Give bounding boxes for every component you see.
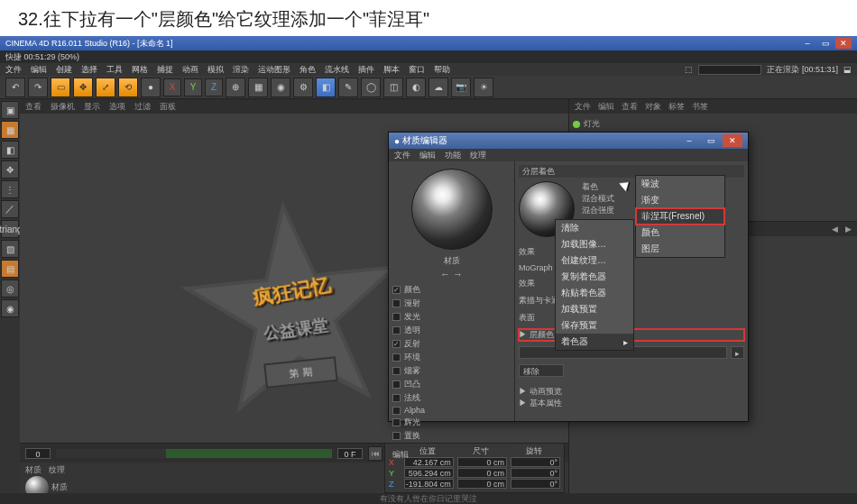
- ctx-shader[interactable]: 着色器▸: [556, 334, 633, 350]
- vp-display[interactable]: 显示: [84, 101, 100, 113]
- ctx-create-tex[interactable]: 创建纹理…: [556, 252, 633, 269]
- pos-y[interactable]: 596.294 cm: [404, 468, 454, 478]
- material-editor-titlebar[interactable]: ● 材质编辑器 – ▭ ✕: [389, 133, 748, 149]
- vp-camera[interactable]: 摄像机: [51, 101, 75, 113]
- render-view-button[interactable]: ▦: [248, 78, 268, 97]
- menu-window[interactable]: 窗口: [409, 64, 425, 76]
- med-menu-func[interactable]: 功能: [445, 150, 461, 161]
- undo-button[interactable]: ↶: [5, 78, 25, 97]
- light-tool[interactable]: ☀: [474, 78, 493, 97]
- cube-primitive[interactable]: ◧: [316, 78, 336, 97]
- axis-y-toggle[interactable]: Y: [184, 78, 202, 96]
- pen-tool[interactable]: ✎: [338, 78, 358, 97]
- basic-props-section[interactable]: ▶ 基本属性: [519, 398, 744, 409]
- menu-character[interactable]: 角色: [299, 64, 316, 76]
- om-view[interactable]: 查看: [622, 101, 638, 113]
- environment-tool[interactable]: ☁: [428, 78, 448, 97]
- chan-alpha-cb[interactable]: [392, 407, 401, 415]
- chan-fog-cb[interactable]: [392, 367, 401, 375]
- menu-mograph[interactable]: 运动图形: [258, 64, 290, 76]
- chan-env-cb[interactable]: [392, 353, 401, 362]
- camera-tool[interactable]: 📷: [451, 78, 471, 97]
- axis-x-toggle[interactable]: X: [163, 78, 181, 96]
- rot-y[interactable]: 0°: [511, 468, 560, 478]
- tl-start[interactable]: 0: [25, 448, 51, 459]
- menu-pipeline[interactable]: 流水线: [325, 64, 349, 76]
- generator-tool[interactable]: ◫: [383, 78, 403, 97]
- chan-editor[interactable]: 编辑: [392, 446, 511, 461]
- menu-script[interactable]: 脚本: [383, 64, 400, 76]
- object-mode-icon[interactable]: ◧: [1, 141, 19, 159]
- vp-filter[interactable]: 过滤: [134, 101, 151, 113]
- om-edit[interactable]: 编辑: [598, 101, 614, 113]
- rot-x[interactable]: 0°: [511, 457, 560, 467]
- snap-icon[interactable]: ◎: [1, 279, 19, 298]
- menu-snap[interactable]: 捕捉: [157, 64, 173, 76]
- med-menu-file[interactable]: 文件: [394, 150, 410, 161]
- menu-help[interactable]: 帮助: [434, 64, 450, 76]
- menu-render[interactable]: 渲染: [233, 64, 249, 76]
- texture-arrow-button[interactable]: ▸: [731, 346, 744, 359]
- edge-mode-icon[interactable]: ／: [1, 200, 19, 218]
- nurbs-tool[interactable]: ◯: [361, 78, 381, 97]
- pos-z[interactable]: -191.804 cm: [404, 479, 454, 489]
- move-tool[interactable]: ✥: [73, 78, 93, 97]
- soft-sel-icon[interactable]: ◉: [1, 299, 19, 317]
- om-tags[interactable]: 标签: [668, 101, 685, 113]
- attr-nav-prev[interactable]: ◀: [832, 225, 838, 234]
- om-bookmarks[interactable]: 书签: [692, 101, 708, 113]
- timeline-track[interactable]: [56, 449, 332, 458]
- submenu-color[interactable]: 颜色: [636, 225, 724, 241]
- menu-plugins[interactable]: 插件: [358, 64, 374, 76]
- deformer-tool[interactable]: ◐: [406, 78, 426, 97]
- submenu-gradient[interactable]: 渐变: [636, 192, 724, 208]
- menu-anim[interactable]: 动画: [182, 64, 198, 76]
- last-tool[interactable]: ●: [141, 78, 161, 97]
- size-y[interactable]: 0 cm: [457, 468, 507, 478]
- material-name[interactable]: 材质: [51, 482, 68, 491]
- axis-mode-icon[interactable]: ✥: [1, 160, 19, 179]
- axis-z-toggle[interactable]: Z: [205, 78, 223, 96]
- submenu-noise[interactable]: 噪波: [636, 176, 724, 192]
- submenu-fresnel[interactable]: 菲涅耳(Fresnel): [636, 208, 724, 225]
- menu-edit[interactable]: 编辑: [31, 64, 47, 76]
- ctx-copy[interactable]: 复制着色器: [556, 269, 633, 285]
- ctx-load-image[interactable]: 加载图像…: [556, 236, 633, 252]
- workplane-icon[interactable]: ▤: [1, 260, 19, 278]
- row-mograph[interactable]: MoGraph ▸: [519, 263, 559, 272]
- min-button[interactable]: –: [799, 38, 816, 49]
- material-preview-large[interactable]: [411, 169, 493, 250]
- coord-sys-button[interactable]: ⊕: [226, 78, 245, 97]
- chan-disp-cb[interactable]: [392, 432, 401, 440]
- anim-preview-section[interactable]: ▶ 动画预览: [519, 386, 744, 398]
- rotate-tool[interactable]: ⟲: [118, 78, 138, 97]
- rot-z[interactable]: 0°: [511, 479, 560, 489]
- point-mode-icon[interactable]: ⋮: [1, 180, 19, 198]
- chan-refl-cb[interactable]: [392, 340, 401, 348]
- attr-nav-next[interactable]: ▶: [845, 225, 852, 234]
- menu-create[interactable]: 创建: [56, 64, 72, 76]
- scale-tool[interactable]: ⤢: [96, 78, 115, 97]
- menu-mesh[interactable]: 网格: [132, 64, 148, 76]
- tl-cur[interactable]: 0 F: [337, 448, 363, 459]
- med-max[interactable]: ▭: [701, 134, 721, 147]
- chan-color-cb[interactable]: [392, 286, 401, 294]
- med-min[interactable]: –: [679, 134, 699, 147]
- max-button[interactable]: ▭: [817, 38, 834, 49]
- menu-select[interactable]: 选择: [81, 64, 97, 76]
- render-settings-button[interactable]: ⚙: [293, 78, 313, 97]
- material-name-field[interactable]: 材质: [392, 255, 511, 267]
- render-pv-button[interactable]: ◉: [271, 78, 290, 97]
- texture-mode-icon[interactable]: ▧: [1, 240, 19, 258]
- redo-button[interactable]: ↷: [28, 78, 48, 97]
- obj-label[interactable]: 灯光: [584, 118, 600, 130]
- size-z[interactable]: 0 cm: [457, 479, 507, 489]
- om-objects[interactable]: 对象: [645, 101, 661, 113]
- vp-options[interactable]: 选项: [109, 101, 125, 113]
- menu-tools[interactable]: 工具: [106, 64, 123, 76]
- vp-view[interactable]: 查看: [25, 101, 41, 113]
- med-menu-tex[interactable]: 纹理: [470, 150, 486, 161]
- chan-lumin-cb[interactable]: [392, 313, 401, 321]
- make-editable-icon[interactable]: ▣: [1, 101, 19, 119]
- layout-icon[interactable]: ⬚: [685, 65, 693, 74]
